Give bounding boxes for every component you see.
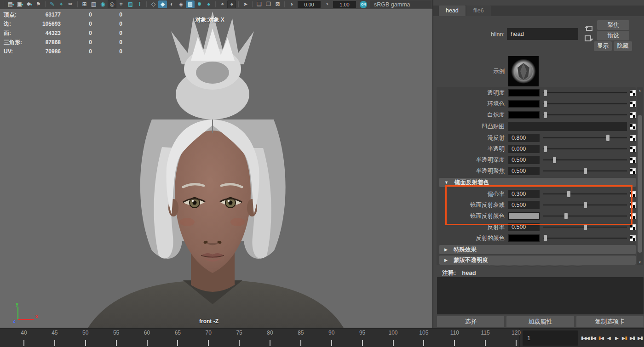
value-field[interactable]: 0.300 <box>508 190 540 198</box>
snapshot-copy-icon[interactable]: ❏ <box>255 0 264 8</box>
show-button[interactable]: 显示 <box>594 41 612 51</box>
slider-handle[interactable] <box>606 135 610 141</box>
texture-map-button[interactable] <box>630 112 636 118</box>
map-path-field[interactable] <box>508 122 627 131</box>
texture-map-button[interactable] <box>630 191 636 197</box>
texture-map-button[interactable] <box>630 168 636 174</box>
texture-map-button[interactable] <box>630 202 636 208</box>
tab-file6[interactable]: file6 <box>466 6 491 16</box>
slider-handle[interactable] <box>564 213 568 219</box>
edit-pencil-icon[interactable]: ✎ <box>48 0 57 8</box>
section-header[interactable]: ▶蒙版不透明度 <box>439 256 636 265</box>
material-sample-swatch[interactable] <box>508 56 539 86</box>
presets-button[interactable]: 预设 <box>597 31 629 40</box>
viewport-3d[interactable]: 顶点:6317700边:10569300面:4432300三角形:8786800… <box>0 9 432 328</box>
texture-map-button[interactable] <box>630 90 636 96</box>
texture-map-button[interactable] <box>630 101 636 107</box>
attribute-slider[interactable] <box>543 234 627 242</box>
xray-joints-icon[interactable]: ◕ <box>227 0 236 8</box>
material-cube-icon[interactable]: ◈ <box>177 0 185 8</box>
texture-map-button[interactable] <box>630 213 636 219</box>
attribute-slider[interactable] <box>543 190 627 198</box>
texture-map-button[interactable] <box>630 124 636 130</box>
attribute-slider[interactable] <box>543 212 627 220</box>
value-field[interactable]: 0.000 <box>508 145 540 153</box>
go-to-end-button[interactable]: ▶▮ <box>636 330 644 346</box>
exposure-field[interactable]: 0.00 <box>298 1 321 8</box>
attribute-slider[interactable] <box>543 145 627 153</box>
shaded-mode-icon[interactable]: ◆ <box>158 0 167 8</box>
attribute-slider[interactable] <box>543 134 627 142</box>
zoom-region-icon[interactable]: ⌖ <box>57 0 66 8</box>
texture-map-button[interactable] <box>630 157 636 163</box>
step-forward-frame-button[interactable]: ▶▮ <box>628 330 636 346</box>
scrollbar-down-arrow-icon[interactable]: ▼ <box>637 259 643 265</box>
attribute-slider[interactable] <box>543 100 627 108</box>
attribute-slider[interactable] <box>543 89 627 97</box>
step-forward-key-button[interactable]: ▶▮ <box>621 330 628 346</box>
play-forwards-button[interactable]: ▶ <box>613 330 621 346</box>
slider-handle[interactable] <box>544 112 547 118</box>
select-button[interactable]: 选择 <box>437 316 504 327</box>
grid-display-icon[interactable]: ⊞ <box>80 0 89 8</box>
attribute-slider[interactable] <box>543 167 627 175</box>
slider-handle[interactable] <box>544 101 547 107</box>
notes-textarea[interactable] <box>437 277 644 314</box>
go-to-start-button[interactable]: ▮◀◀ <box>581 330 589 346</box>
play-backwards-button[interactable]: ◀ <box>605 330 613 346</box>
default-lighting-icon[interactable]: ✹ <box>195 0 204 8</box>
scrollbar-thumb[interactable] <box>638 115 642 253</box>
texture-map-button[interactable] <box>630 224 636 230</box>
gear-camera-icon[interactable]: ✱◂ <box>25 0 34 8</box>
value-field[interactable]: 0.500 <box>508 223 540 231</box>
copy-tab-button[interactable]: 复制选项卡 <box>576 316 644 327</box>
checker-texture-icon[interactable]: ▩ <box>186 0 195 8</box>
attribute-slider[interactable] <box>543 201 627 209</box>
section-header[interactable]: ▶特殊效果 <box>439 245 636 254</box>
tab-head[interactable]: head <box>439 6 466 16</box>
slider-handle[interactable] <box>553 157 556 163</box>
xray-display-icon[interactable]: ◓ <box>218 0 227 8</box>
texture-map-button[interactable] <box>630 146 636 152</box>
output-connections-icon[interactable] <box>584 34 594 42</box>
input-connections-icon[interactable] <box>584 24 594 32</box>
attribute-slider[interactable] <box>543 223 627 231</box>
slider-handle[interactable] <box>567 191 570 197</box>
slider-handle[interactable] <box>584 202 587 208</box>
slider-handle[interactable] <box>584 168 587 174</box>
lock-camera-icon[interactable]: ▣◂ <box>16 0 24 8</box>
slider-handle[interactable] <box>584 224 587 230</box>
shaded-sphere-icon[interactable]: ● <box>204 0 213 8</box>
attribute-slider[interactable] <box>543 111 627 119</box>
step-back-key-button[interactable]: ▮◀ <box>597 330 605 346</box>
panel-resize-divider[interactable] <box>489 266 581 266</box>
field-chart-icon[interactable]: ⌗ <box>117 0 126 8</box>
color-swatch[interactable] <box>508 111 540 119</box>
paint-brush-icon[interactable]: ✏ <box>66 0 75 8</box>
contrast-field[interactable]: 1.00 <box>333 1 356 8</box>
exposure-icon[interactable]: ◑ <box>287 0 296 8</box>
texture-map-button[interactable] <box>630 235 636 241</box>
color-swatch[interactable] <box>508 234 540 242</box>
wireframe-mode-icon[interactable]: ◇ <box>149 0 158 8</box>
movie-camera-icon[interactable]: ▤◂ <box>6 0 15 8</box>
focus-button[interactable]: 聚焦 <box>597 20 629 30</box>
value-field[interactable]: 0.500 <box>508 167 540 175</box>
gate-mask-icon[interactable]: ◎ <box>108 0 116 8</box>
value-field[interactable]: 0.500 <box>508 201 540 209</box>
attribute-slider[interactable] <box>543 156 627 164</box>
filmgate-icon[interactable]: ▥ <box>89 0 98 8</box>
slider-handle[interactable] <box>544 235 547 241</box>
value-field[interactable]: 0.500 <box>508 156 540 164</box>
color-swatch[interactable] <box>508 100 540 108</box>
snapshot-paste-icon[interactable]: ❐ <box>264 0 273 8</box>
section-header[interactable]: ▼镜面反射着色 <box>439 178 636 187</box>
hide-button[interactable]: 隐藏 <box>614 41 632 51</box>
shader-name-field[interactable]: head <box>507 28 578 40</box>
resolution-gate-icon[interactable]: ◉ <box>98 0 107 8</box>
load-attributes-button[interactable]: 加载属性 <box>506 316 574 327</box>
slider-handle[interactable] <box>544 90 547 96</box>
text-hud-icon[interactable]: T <box>135 0 144 8</box>
image-compare-icon[interactable]: ⊠ <box>273 0 282 8</box>
step-back-frame-button[interactable]: ▮◀ <box>589 330 597 346</box>
